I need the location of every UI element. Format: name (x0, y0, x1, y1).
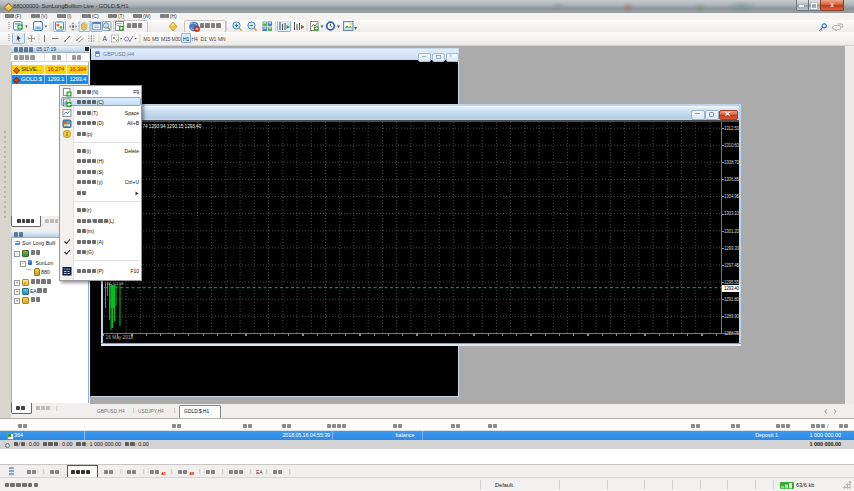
svg-text:A: A (103, 35, 108, 42)
